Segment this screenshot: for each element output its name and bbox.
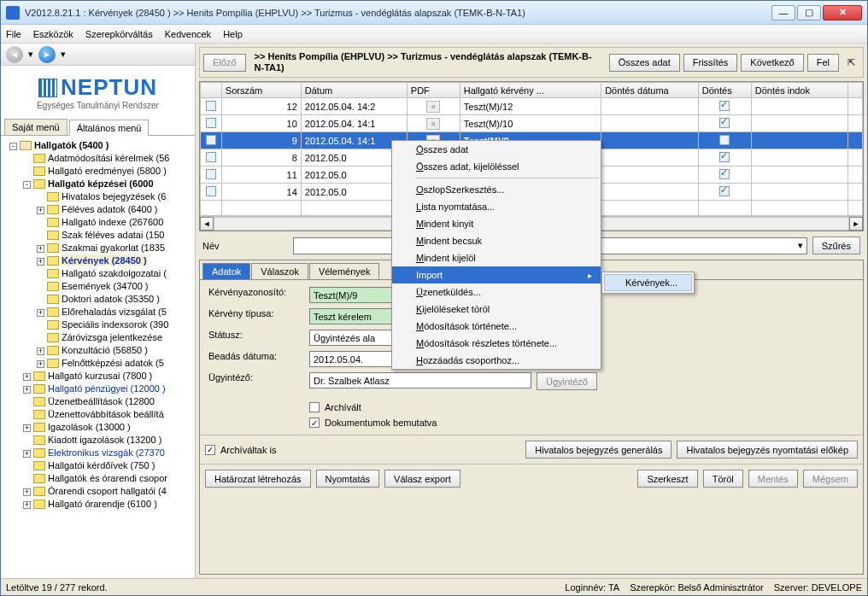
- ctx-item[interactable]: Lista nyomtatása...: [392, 198, 601, 215]
- tree-node[interactable]: +Órarendi csoport hallgatói (4: [3, 485, 193, 498]
- tree-node[interactable]: +Kérvények (28450 ): [3, 254, 193, 267]
- table-row[interactable]: 122012.05.04. 14:2 a Teszt(M)/12: [201, 98, 863, 115]
- tree-node[interactable]: Záróvizsga jelentkezése: [3, 331, 193, 344]
- tree-node[interactable]: Hallgató indexe (267600: [3, 216, 193, 229]
- tab-own-menu[interactable]: Saját menü: [4, 119, 67, 135]
- context-menu[interactable]: Összes adatÖsszes adat, kijelölésselOszl…: [391, 140, 601, 370]
- vexport-button[interactable]: Válasz export: [384, 470, 460, 488]
- filter-button[interactable]: Szűrés: [812, 237, 860, 254]
- col-header[interactable]: Dátum: [301, 83, 407, 98]
- col-header[interactable]: PDF: [407, 83, 460, 98]
- menubar: File Eszközök Szerepkörváltás Kedvencek …: [1, 25, 867, 44]
- context-submenu[interactable]: Kérvények...: [601, 272, 695, 294]
- table-row[interactable]: 102012.05.04. 14:1 a Teszt(M)/10: [201, 115, 863, 132]
- menu-help[interactable]: Help: [223, 29, 243, 39]
- status-login: Loginnév: TA: [565, 582, 619, 593]
- cb-archived[interactable]: [309, 402, 320, 412]
- tab-velemenyek[interactable]: Vélemények: [309, 263, 380, 279]
- field-date[interactable]: 2012.05.04.: [309, 351, 395, 367]
- tree-node[interactable]: -Hallgató képzései (6000: [3, 178, 193, 190]
- nav-fwd-button[interactable]: ►: [38, 46, 56, 63]
- tree-node[interactable]: Események (34700 ): [3, 280, 193, 293]
- tree-node[interactable]: Üzenettovábbítások beállítá: [3, 408, 193, 421]
- tree-node[interactable]: +Szakmai gyakorlat (1835: [3, 242, 193, 254]
- tree-node[interactable]: +Előrehaladás vizsgálat (5: [3, 306, 193, 318]
- gen-button[interactable]: Hivatalos bejegyzés generálás: [525, 441, 672, 459]
- ctx-item[interactable]: Módosítások története...: [392, 318, 601, 335]
- nav-back-dd[interactable]: ▾: [26, 46, 35, 63]
- titlebar: V2012.8.21.1 : Kérvények (28450 ) >> Hen…: [1, 1, 867, 25]
- col-header[interactable]: Döntés dátuma: [601, 83, 699, 98]
- pin-icon[interactable]: ⇱: [842, 57, 859, 68]
- nav-back-button[interactable]: ◄: [6, 46, 23, 63]
- tree-node[interactable]: Hallgató szakdolgozatai (: [3, 267, 193, 280]
- ctx-item[interactable]: Import: [392, 266, 601, 283]
- hatarozat-button[interactable]: Határozat létrehozás: [205, 470, 311, 488]
- ctx-item[interactable]: Módosítások részletes története...: [392, 335, 601, 352]
- preview-button[interactable]: Hivatalos bejegyzés nyomtatási előkép: [677, 441, 858, 459]
- edit-button[interactable]: Szerkeszt: [637, 470, 697, 488]
- cb-archived-too[interactable]: [205, 445, 215, 455]
- ctx-item[interactable]: Mindent kinyit: [392, 215, 601, 232]
- menu-roles[interactable]: Szerepkörváltás: [85, 29, 153, 39]
- ctx-item[interactable]: Mindent kijelöl: [392, 249, 601, 266]
- submenu-kervenyek[interactable]: Kérvények...: [604, 274, 692, 291]
- col-header[interactable]: Döntés: [698, 83, 751, 98]
- scroll-right-btn[interactable]: ►: [849, 217, 863, 231]
- menu-tools[interactable]: Eszközök: [33, 29, 73, 39]
- scroll-left-btn[interactable]: ◄: [200, 217, 214, 231]
- tree-node[interactable]: +Elektronikus vizsgák (27370: [3, 447, 193, 459]
- col-header[interactable]: Hallgató kérvény ...: [460, 83, 601, 98]
- tab-general-menu[interactable]: Általános menü: [69, 120, 150, 136]
- tree-node[interactable]: Hivatalos bejegyzések (6: [3, 190, 193, 203]
- maximize-button[interactable]: [797, 5, 821, 20]
- refresh-button[interactable]: Frissítés: [683, 54, 738, 72]
- up-button[interactable]: Fel: [807, 54, 839, 72]
- tree-node[interactable]: Hallgatói kérdőívek (750 ): [3, 459, 193, 472]
- tree-node[interactable]: Hallgatók és órarendi csopor: [3, 472, 193, 485]
- ctx-item[interactable]: OszlopSzerkesztés...: [392, 181, 601, 198]
- tree-node[interactable]: +Hallgató pénzügyei (12000 ): [3, 383, 193, 395]
- tree-node[interactable]: Doktori adatok (35350 ): [3, 293, 193, 306]
- tree-node[interactable]: +Felnőttképzési adatok (5: [3, 357, 193, 370]
- menu-file[interactable]: File: [6, 29, 21, 39]
- nav-fwd-dd[interactable]: ▾: [59, 46, 67, 63]
- menu-favs[interactable]: Kedvencek: [165, 29, 211, 39]
- ctx-item[interactable]: Hozzáadás csoporthoz...: [392, 352, 601, 369]
- col-header[interactable]: Sorszám: [221, 83, 301, 98]
- tree[interactable]: -Hallgatók (5400 )Adatmódosítási kérelme…: [1, 136, 195, 578]
- ctx-item[interactable]: Üzenetküldés...: [392, 283, 601, 301]
- print-button[interactable]: Nyomtatás: [316, 470, 380, 488]
- tree-node[interactable]: Szak féléves adatai (150: [3, 229, 193, 242]
- field-admin[interactable]: Dr. Szalbek Atlasz: [309, 372, 531, 389]
- tree-node[interactable]: Hallgató eredményei (5800 ): [3, 165, 193, 178]
- prev-button[interactable]: Előző: [203, 54, 246, 72]
- tree-node[interactable]: +Féléves adatok (6400 ): [3, 203, 193, 216]
- tree-node[interactable]: Kiadott igazolások (13200 ): [3, 434, 193, 447]
- ctx-item[interactable]: Mindent becsuk: [392, 232, 601, 249]
- tree-node[interactable]: Adatmódosítási kérelmek (56: [3, 152, 193, 165]
- tree-node[interactable]: +Konzultáció (56850 ): [3, 344, 193, 357]
- all-data-button[interactable]: Összes adat: [609, 54, 680, 72]
- col-header[interactable]: [201, 83, 222, 98]
- tree-node[interactable]: +Hallgató kurzusai (7800 ): [3, 370, 193, 383]
- delete-button[interactable]: Töröl: [703, 470, 743, 488]
- save-button[interactable]: Mentés: [748, 470, 798, 488]
- minimize-button[interactable]: [771, 5, 795, 20]
- tree-node[interactable]: Speciális indexsorok (390: [3, 318, 193, 331]
- tree-node[interactable]: +Igazolások (13000 ): [3, 421, 193, 434]
- admin-button[interactable]: Ügyintéző: [537, 372, 597, 390]
- tree-node[interactable]: Üzenetbeállítások (12800: [3, 395, 193, 408]
- tab-adatok[interactable]: Adatok: [202, 263, 250, 279]
- ctx-item[interactable]: Kijelöléseket töröl: [392, 301, 601, 318]
- ctx-item[interactable]: Összes adat: [392, 141, 601, 158]
- cancel-button[interactable]: Mégsem: [803, 470, 858, 488]
- tree-node[interactable]: +Hallgató órarendje (6100 ): [3, 498, 193, 511]
- close-button[interactable]: [823, 5, 862, 20]
- tree-node[interactable]: -Hallgatók (5400 ): [3, 139, 193, 152]
- cb-docs[interactable]: [309, 418, 320, 428]
- tab-valaszok[interactable]: Válaszok: [251, 263, 308, 279]
- col-header[interactable]: Döntés indok: [751, 83, 848, 98]
- ctx-item[interactable]: Összes adat, kijelöléssel: [392, 158, 601, 175]
- next-button[interactable]: Következő: [741, 54, 803, 72]
